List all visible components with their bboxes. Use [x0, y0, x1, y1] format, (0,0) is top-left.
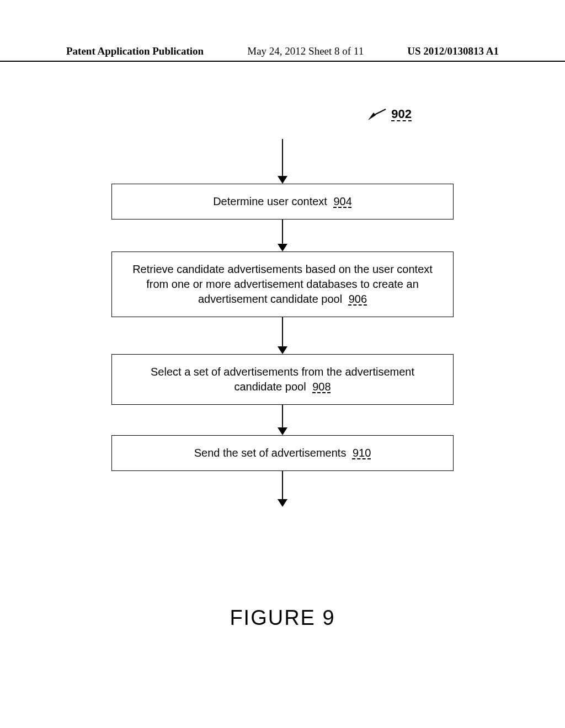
- step-ref: 908: [312, 381, 331, 393]
- step-box-904: Determine user context 904: [111, 184, 454, 220]
- publication-number: US 2012/0130813 A1: [407, 45, 499, 57]
- publication-label: Patent Application Publication: [66, 45, 204, 57]
- step-box-910: Send the set of advertisements 910: [111, 435, 454, 471]
- svg-marker-0: [368, 113, 376, 120]
- flowchart: Determine user context 904 Retrieve cand…: [111, 139, 454, 507]
- figure-title: FIGURE 9: [0, 606, 565, 630]
- arrow-connector: [278, 405, 287, 435]
- figure-reference-number: 902: [391, 107, 412, 121]
- arrow-pointer-icon: [368, 108, 387, 120]
- arrow-connector: [278, 220, 287, 251]
- step-text: Send the set of advertisements: [194, 447, 347, 459]
- svg-line-1: [374, 109, 386, 115]
- step-text: Select a set of advertisements from the …: [151, 366, 414, 393]
- arrow-out: [278, 471, 287, 507]
- diagram-container: 902 Determine user context 904 Retrieve …: [0, 62, 565, 630]
- arrow-in: [278, 139, 287, 184]
- header-bar: Patent Application Publication May 24, 2…: [0, 0, 565, 62]
- step-text: Determine user context: [213, 195, 327, 207]
- step-ref: 910: [353, 447, 371, 459]
- step-ref: 904: [333, 195, 351, 207]
- step-box-906: Retrieve candidate advertisements based …: [111, 251, 454, 317]
- figure-reference-label: 902: [368, 107, 412, 121]
- step-box-908: Select a set of advertisements from the …: [111, 354, 454, 405]
- arrow-connector: [278, 317, 287, 354]
- step-text: Retrieve candidate advertisements based …: [132, 263, 433, 305]
- step-ref: 906: [349, 293, 367, 305]
- date-sheet-label: May 24, 2012 Sheet 8 of 11: [247, 45, 364, 57]
